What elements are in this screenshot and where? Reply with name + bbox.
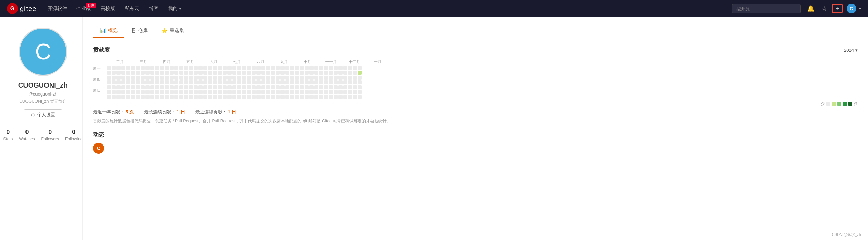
grid-cell[interactable]	[203, 90, 207, 94]
grid-cell[interactable]	[237, 85, 241, 89]
grid-cell[interactable]	[285, 85, 289, 89]
grid-cell[interactable]	[261, 71, 265, 75]
grid-cell[interactable]	[170, 90, 174, 94]
grid-cell[interactable]	[338, 71, 343, 75]
grid-cell[interactable]	[145, 85, 150, 89]
grid-cell[interactable]	[165, 85, 169, 89]
grid-cell[interactable]	[242, 76, 246, 80]
grid-cell[interactable]	[300, 85, 304, 89]
grid-cell[interactable]	[208, 80, 212, 84]
grid-cell[interactable]	[160, 90, 164, 94]
grid-cell[interactable]	[174, 76, 178, 80]
grid-cell[interactable]	[136, 85, 140, 89]
grid-cell[interactable]	[266, 71, 270, 75]
grid-cell[interactable]	[232, 95, 236, 99]
grid-cell[interactable]	[252, 90, 256, 94]
grid-cell[interactable]	[290, 66, 294, 70]
grid-cell[interactable]	[208, 71, 212, 75]
grid-cell[interactable]	[121, 85, 125, 89]
grid-cell[interactable]	[198, 85, 203, 89]
grid-cell[interactable]	[194, 80, 198, 84]
grid-cell[interactable]	[112, 71, 116, 75]
grid-cell[interactable]	[305, 76, 309, 80]
grid-cell[interactable]	[194, 95, 198, 99]
grid-cell[interactable]	[237, 80, 241, 84]
grid-cell[interactable]	[184, 76, 188, 80]
grid-cell[interactable]	[150, 85, 154, 89]
nav-link-university[interactable]: 高校版	[96, 3, 119, 14]
grid-cell[interactable]	[155, 85, 159, 89]
grid-cell[interactable]	[271, 95, 275, 99]
grid-cell[interactable]	[227, 80, 232, 84]
grid-cell[interactable]	[227, 95, 232, 99]
grid-cell[interactable]	[223, 71, 227, 75]
grid-cell[interactable]	[247, 80, 251, 84]
grid-cell[interactable]	[112, 80, 116, 84]
grid-cell[interactable]	[189, 76, 193, 80]
grid-cell[interactable]	[353, 90, 357, 94]
grid-cell[interactable]	[232, 76, 236, 80]
grid-cell[interactable]	[324, 80, 328, 84]
grid-cell[interactable]	[218, 76, 222, 80]
grid-cell[interactable]	[285, 95, 289, 99]
grid-cell[interactable]	[112, 90, 116, 94]
grid-cell[interactable]	[353, 95, 357, 99]
grid-cell[interactable]	[112, 66, 116, 70]
grid-cell[interactable]	[329, 76, 333, 80]
grid-cell[interactable]	[247, 66, 251, 70]
grid-cell[interactable]	[136, 80, 140, 84]
grid-cell[interactable]	[305, 85, 309, 89]
grid-cell[interactable]	[131, 66, 135, 70]
grid-cell[interactable]	[223, 80, 227, 84]
grid-cell[interactable]	[314, 66, 318, 70]
grid-cell[interactable]	[184, 80, 188, 84]
grid-cell[interactable]	[334, 85, 338, 89]
grid-cell[interactable]	[116, 76, 121, 80]
grid-cell[interactable]	[121, 90, 125, 94]
grid-cell[interactable]	[189, 66, 193, 70]
grid-cell[interactable]	[170, 95, 174, 99]
grid-cell[interactable]	[309, 80, 314, 84]
grid-cell[interactable]	[242, 85, 246, 89]
stat-followers[interactable]: 0 Followers	[41, 129, 59, 141]
grid-cell[interactable]	[150, 76, 154, 80]
nav-link-private[interactable]: 私有云	[121, 3, 143, 14]
grid-cell[interactable]	[174, 95, 178, 99]
grid-cell[interactable]	[314, 90, 318, 94]
grid-cell[interactable]	[141, 95, 145, 99]
grid-cell[interactable]	[165, 80, 169, 84]
grid-cell[interactable]	[218, 80, 222, 84]
grid-cell[interactable]	[116, 90, 121, 94]
stat-stars[interactable]: 0 Stars	[3, 129, 13, 141]
grid-cell[interactable]	[227, 71, 232, 75]
grid-cell[interactable]	[256, 95, 261, 99]
create-plus-button[interactable]: +	[832, 4, 843, 13]
grid-cell[interactable]	[227, 76, 232, 80]
grid-cell[interactable]	[155, 71, 159, 75]
grid-cell[interactable]	[353, 80, 357, 84]
grid-cell[interactable]	[194, 71, 198, 75]
grid-cell[interactable]	[280, 76, 285, 80]
grid-cell[interactable]	[136, 90, 140, 94]
grid-cell[interactable]	[247, 95, 251, 99]
grid-cell[interactable]	[319, 76, 323, 80]
grid-cell[interactable]	[295, 85, 299, 89]
grid-cell[interactable]	[358, 95, 362, 99]
grid-cell[interactable]	[314, 80, 318, 84]
grid-cell[interactable]	[348, 85, 352, 89]
grid-cell[interactable]	[170, 66, 174, 70]
grid-cell[interactable]	[198, 71, 203, 75]
grid-cell[interactable]	[184, 85, 188, 89]
grid-cell[interactable]	[160, 85, 164, 89]
grid-cell[interactable]	[295, 71, 299, 75]
grid-cell[interactable]	[252, 71, 256, 75]
grid-cell[interactable]	[280, 85, 285, 89]
grid-cell[interactable]	[155, 90, 159, 94]
grid-cell[interactable]	[305, 80, 309, 84]
settings-button[interactable]: ⚙ 个人设置	[24, 109, 62, 120]
grid-cell[interactable]	[329, 90, 333, 94]
grid-cell[interactable]	[295, 80, 299, 84]
grid-cell[interactable]	[295, 90, 299, 94]
grid-cell[interactable]	[334, 95, 338, 99]
grid-cell[interactable]	[348, 95, 352, 99]
